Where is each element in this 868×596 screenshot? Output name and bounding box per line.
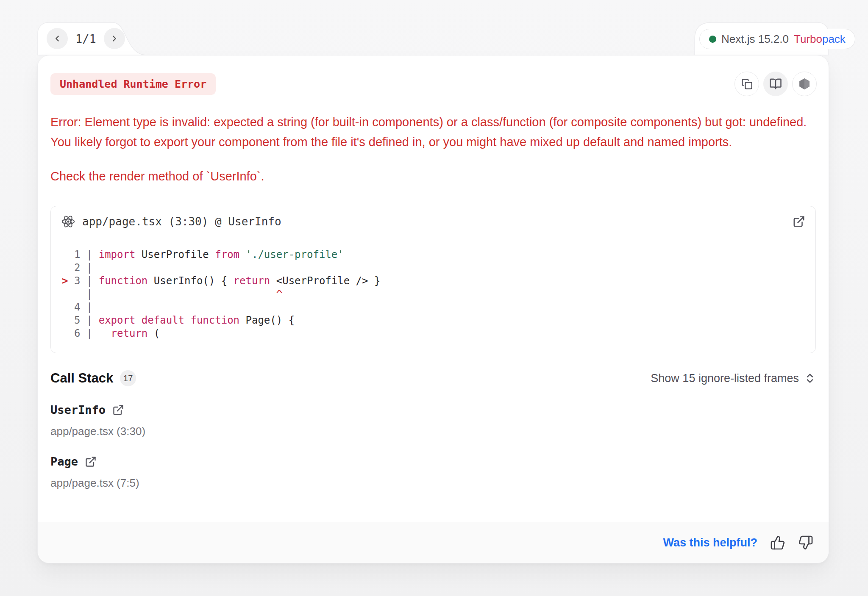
thumbs-down-icon bbox=[798, 535, 813, 550]
turbopack-label: Turbopack bbox=[794, 33, 846, 46]
version-label: Next.js 15.2.0 bbox=[721, 33, 789, 46]
book-open-icon bbox=[769, 78, 782, 90]
open-in-editor-button[interactable] bbox=[793, 215, 805, 228]
code-line: 5 | export default function Page() { bbox=[51, 314, 815, 327]
external-link-icon bbox=[112, 404, 124, 416]
external-link-icon bbox=[793, 215, 805, 228]
error-message: Error: Element type is invalid: expected… bbox=[50, 112, 809, 152]
previous-error-button[interactable] bbox=[47, 28, 68, 49]
version-notch: Next.js 15.2.0 Turbopack bbox=[694, 22, 829, 55]
helpful-question: Was this helpful? bbox=[663, 536, 758, 549]
code-line: 2 | bbox=[51, 261, 815, 274]
code-frame-file-label: app/page.tsx (3:30) @ UserInfo bbox=[82, 215, 281, 228]
error-type-badge: Unhandled Runtime Error bbox=[50, 73, 216, 95]
frame-name: UserInfo bbox=[50, 403, 106, 416]
pagination-count: 1/1 bbox=[75, 32, 96, 45]
code-line: 6 | return ( bbox=[51, 327, 815, 340]
chevrons-up-down-icon bbox=[804, 372, 816, 384]
frame-name: Page bbox=[50, 455, 78, 468]
code-body: 1 | import UserProfile from './user-prof… bbox=[51, 237, 815, 353]
status-dot-icon bbox=[709, 36, 716, 43]
chevron-right-icon bbox=[110, 34, 119, 43]
stack-frame: Pageapp/page.tsx (7:5) bbox=[50, 455, 816, 490]
error-overlay-panel: Unhandled Runtime Error Error: Element t… bbox=[37, 55, 829, 563]
docs-button[interactable] bbox=[763, 72, 788, 96]
callstack-title: Call Stack bbox=[50, 371, 113, 386]
react-icon bbox=[61, 214, 75, 229]
code-line: 1 | import UserProfile from './user-prof… bbox=[51, 248, 815, 261]
feedback-footer: Was this helpful? bbox=[38, 522, 829, 563]
error-pagination-tab: 1/1 bbox=[37, 22, 160, 55]
copy-icon bbox=[741, 78, 753, 90]
next-error-button[interactable] bbox=[104, 28, 125, 49]
nextjs-version-badge[interactable]: Next.js 15.2.0 Turbopack bbox=[699, 29, 855, 49]
toggle-label: Show 15 ignore-listed frames bbox=[651, 372, 799, 385]
callstack-count-badge: 17 bbox=[120, 370, 136, 386]
nodejs-runtime-button[interactable] bbox=[792, 72, 817, 96]
frame-open-source-button[interactable] bbox=[85, 456, 97, 468]
show-ignored-frames-toggle[interactable]: Show 15 ignore-listed frames bbox=[651, 372, 816, 385]
thumbs-down-button[interactable] bbox=[798, 535, 813, 550]
code-line: | ^ bbox=[51, 288, 815, 301]
nodejs-hexagon-icon bbox=[798, 78, 811, 90]
external-link-icon bbox=[85, 456, 97, 468]
code-frame: app/page.tsx (3:30) @ UserInfo 1 | impor… bbox=[50, 206, 816, 353]
callstack-frames: UserInfoapp/page.tsx (3:30)Pageapp/page.… bbox=[50, 403, 816, 490]
frame-location: app/page.tsx (3:30) bbox=[50, 425, 816, 438]
frame-open-source-button[interactable] bbox=[112, 404, 124, 416]
frame-location: app/page.tsx (7:5) bbox=[50, 477, 816, 490]
error-hint: Check the render method of `UserInfo`. bbox=[50, 166, 816, 186]
thumbs-up-icon bbox=[770, 535, 785, 550]
code-line: 4 | bbox=[51, 301, 815, 314]
thumbs-up-button[interactable] bbox=[770, 535, 785, 550]
stack-frame: UserInfoapp/page.tsx (3:30) bbox=[50, 403, 816, 438]
copy-error-button[interactable] bbox=[734, 72, 759, 96]
code-line: > 3 | function UserInfo() { return <User… bbox=[51, 274, 815, 288]
chevron-left-icon bbox=[53, 34, 62, 43]
